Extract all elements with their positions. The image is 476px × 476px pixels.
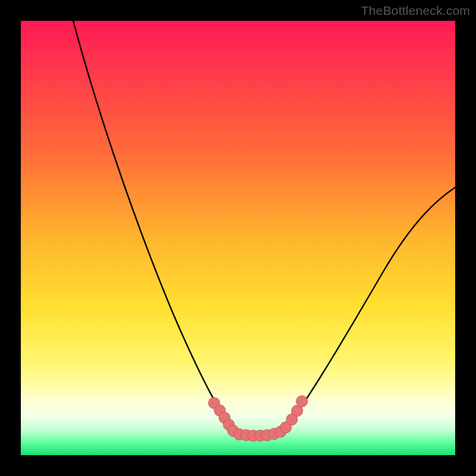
marker [275, 426, 286, 437]
marker [228, 425, 239, 437]
marker [208, 397, 220, 409]
marker [261, 430, 273, 441]
marker [280, 422, 292, 433]
marker [248, 430, 259, 441]
watermark-text: TheBottleneck.com [361, 4, 470, 18]
marker [292, 405, 303, 416]
marker [234, 429, 245, 440]
marker [286, 414, 298, 425]
valley-markers [208, 396, 307, 441]
valley-floor [235, 434, 281, 437]
marker [268, 428, 280, 440]
right-curve [281, 187, 455, 434]
bottleneck-curve-svg [21, 21, 455, 455]
chart-frame: TheBottleneck.com [0, 0, 476, 476]
marker [219, 412, 230, 424]
left-curve [73, 21, 235, 434]
marker [223, 419, 234, 430]
marker [255, 430, 266, 441]
marker [214, 405, 226, 416]
plot-area [21, 21, 455, 455]
marker [240, 430, 252, 441]
marker [296, 396, 308, 407]
